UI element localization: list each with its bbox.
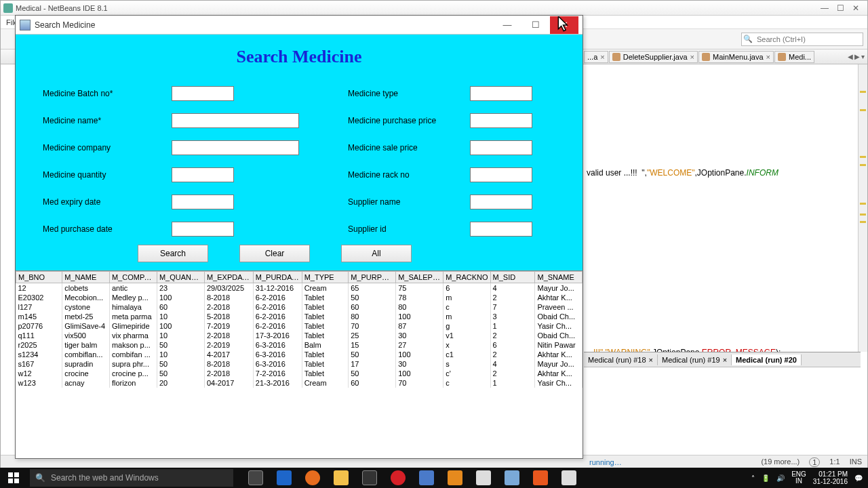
ide-search-input[interactable] bbox=[754, 35, 863, 43]
table-row[interactable]: r2025tiger balmmakson p...502-20196-3-20… bbox=[16, 340, 583, 350]
input-purchase-price[interactable] bbox=[470, 113, 532, 128]
table-row[interactable]: l127cystonehimalaya602-20186-2-2016Table… bbox=[16, 302, 583, 312]
input-purchase-date[interactable] bbox=[172, 222, 234, 237]
column-header[interactable]: M_SID bbox=[490, 272, 535, 283]
table-row[interactable]: E20302Mecobion...Medley p...1008-20186-2… bbox=[16, 293, 583, 302]
code-editor[interactable]: valid user ...!!! ","WELCOME",JOptionPan… bbox=[584, 64, 861, 352]
child-maximize-button[interactable]: ☐ bbox=[521, 16, 550, 34]
editor-scrollbar[interactable] bbox=[858, 64, 867, 352]
ide-maximize-button[interactable]: ☐ bbox=[837, 3, 844, 13]
ide-search-box[interactable]: 🔍 bbox=[741, 33, 863, 46]
tray-battery-icon[interactable]: 🔋 bbox=[762, 474, 770, 482]
search-button[interactable]: Search bbox=[138, 245, 208, 262]
editor-tab[interactable]: ...a× bbox=[584, 51, 608, 63]
tray-chevron-icon[interactable]: ˄ bbox=[751, 474, 755, 482]
input-quantity[interactable] bbox=[172, 167, 234, 182]
tab-close-icon[interactable]: × bbox=[723, 356, 727, 364]
table-row[interactable]: p20776GlimiSave-4Glimepiride1007-20196-2… bbox=[16, 321, 583, 331]
ide-close-button[interactable]: ✕ bbox=[852, 3, 859, 13]
table-cell: combiflan... bbox=[62, 350, 110, 359]
child-minimize-button[interactable]: — bbox=[493, 16, 521, 34]
label-supplier-name: Supplier name bbox=[348, 197, 470, 207]
tab-close-icon[interactable]: × bbox=[600, 53, 604, 61]
firefox-icon[interactable] bbox=[300, 468, 326, 487]
ide-titlebar: Medical - NetBeans IDE 8.1 — ☐ ✕ bbox=[1, 1, 867, 16]
start-button[interactable] bbox=[0, 468, 27, 488]
input-supplier-name[interactable] bbox=[470, 195, 532, 209]
input-expiry[interactable] bbox=[172, 195, 234, 209]
table-row[interactable]: s167supradinsupra phr...508-20186-3-2016… bbox=[16, 359, 583, 369]
app-icon[interactable] bbox=[556, 468, 582, 487]
input-name[interactable] bbox=[172, 113, 299, 128]
results-table-wrap[interactable]: M_BNOM_NAMEM_COMPA...M_QUANTI...M_EXPDAT… bbox=[16, 270, 583, 458]
column-header[interactable]: M_QUANTI... bbox=[157, 272, 204, 283]
child-titlebar[interactable]: Search Medicine — ☐ ✕ bbox=[16, 16, 583, 35]
app-icon[interactable] bbox=[499, 468, 525, 487]
table-cell: c1 bbox=[443, 350, 490, 359]
clear-button[interactable]: Clear bbox=[239, 245, 310, 262]
table-row[interactable]: w123acnayflorizon2004-201721-3-2016Cream… bbox=[16, 378, 583, 388]
tray-lang[interactable]: ENG IN bbox=[791, 471, 806, 485]
editor-tab[interactable]: DeleteSupplier.java× bbox=[609, 51, 698, 63]
task-view-icon[interactable] bbox=[243, 468, 269, 487]
taskbar-search[interactable]: 🔍 Search the web and Windows bbox=[30, 469, 233, 487]
table-cell: 50 bbox=[157, 369, 204, 378]
tab-list-icon[interactable]: ▾ bbox=[861, 53, 865, 60]
app-icon[interactable] bbox=[528, 468, 553, 487]
opera-icon[interactable] bbox=[385, 468, 411, 487]
input-sale-price[interactable] bbox=[470, 140, 532, 155]
tab-close-icon[interactable]: × bbox=[690, 53, 694, 61]
explorer-icon[interactable] bbox=[328, 468, 354, 487]
table-row[interactable]: w12crocinecrocine p...502-20187-2-2016Ta… bbox=[16, 369, 583, 378]
store-icon[interactable] bbox=[357, 468, 382, 487]
table-row[interactable]: s1234combiflan...combifan ...104-20176-3… bbox=[16, 350, 583, 359]
tray-volume-icon[interactable]: 🔊 bbox=[776, 474, 785, 482]
editor-tab[interactable]: MainMenu.java× bbox=[698, 51, 774, 63]
column-header[interactable]: M_RACKNO bbox=[443, 272, 490, 283]
column-header[interactable]: M_NAME bbox=[62, 272, 110, 283]
input-company[interactable] bbox=[172, 140, 299, 155]
status-badge[interactable]: 1 bbox=[809, 458, 820, 467]
table-row[interactable]: m145metxl-25meta parma105-20186-2-2016Ta… bbox=[16, 312, 583, 321]
status-more[interactable]: (19 more...) bbox=[761, 458, 800, 467]
tray-clock[interactable]: 01:21 PM 31-12-2016 bbox=[813, 470, 848, 485]
tray-notifications-icon[interactable]: 💬 bbox=[854, 474, 863, 482]
tab-close-icon[interactable]: × bbox=[649, 356, 653, 364]
output-body[interactable] bbox=[584, 367, 861, 453]
app-icon[interactable] bbox=[414, 468, 439, 487]
table-cell: 50 bbox=[349, 293, 396, 302]
ide-minimize-button[interactable]: — bbox=[821, 3, 829, 13]
input-supplier-id[interactable] bbox=[470, 222, 532, 237]
editor-tab[interactable]: Medi... bbox=[774, 51, 814, 63]
child-close-button[interactable]: ✕ bbox=[550, 16, 578, 34]
column-header[interactable]: M_SNAME bbox=[535, 272, 583, 283]
table-cell: 7 bbox=[490, 302, 535, 312]
table-cell: 7-2019 bbox=[204, 321, 253, 331]
all-button[interactable]: All bbox=[341, 245, 412, 262]
edge-icon[interactable] bbox=[271, 468, 297, 487]
input-batch[interactable] bbox=[172, 86, 234, 101]
input-type[interactable] bbox=[470, 86, 532, 101]
tab-next-icon[interactable]: ▶ bbox=[854, 53, 860, 60]
output-tab[interactable]: Medical (run) #20 bbox=[732, 354, 802, 365]
table-cell: 6-2-2016 bbox=[253, 321, 302, 331]
table-cell: s bbox=[443, 359, 490, 369]
app-icon[interactable] bbox=[471, 468, 496, 487]
column-header[interactable]: M_COMPA... bbox=[109, 272, 157, 283]
label-sale-price: Medicine sale price bbox=[348, 143, 470, 152]
column-header[interactable]: M_TYPE bbox=[302, 272, 349, 283]
table-row[interactable]: q111vix500vix pharma102-201817-3-2016Tab… bbox=[16, 331, 583, 340]
column-header[interactable]: M_PURDATE bbox=[253, 272, 302, 283]
column-header[interactable]: M_EXPDATE bbox=[204, 272, 253, 283]
column-header[interactable]: M_SALEPR... bbox=[396, 272, 443, 283]
app-icon[interactable] bbox=[442, 468, 468, 487]
tab-prev-icon[interactable]: ◀ bbox=[848, 53, 853, 60]
tab-close-icon[interactable]: × bbox=[766, 53, 770, 61]
output-tab[interactable]: Medical (run) #19× bbox=[658, 354, 732, 365]
input-rack[interactable] bbox=[470, 167, 532, 182]
table-row[interactable]: 12clobetsantic2329/03/202531-12-2016Crea… bbox=[16, 283, 583, 293]
column-header[interactable]: M_BNO bbox=[16, 272, 62, 283]
output-tab[interactable]: Medical (run) #18× bbox=[584, 354, 658, 365]
column-header[interactable]: M_PURPRI... bbox=[349, 272, 396, 283]
table-cell: supra phr... bbox=[109, 359, 157, 369]
